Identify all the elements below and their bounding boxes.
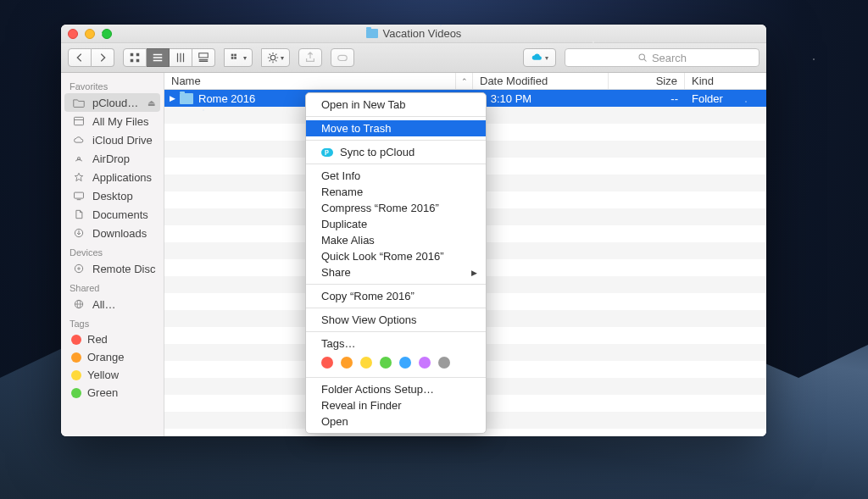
action-menu-button[interactable]: ▾ <box>261 48 290 67</box>
tag-color-dot[interactable] <box>438 357 450 369</box>
minimize-button[interactable] <box>85 29 95 39</box>
sidebar-section-favorites: Favorites <box>61 76 164 93</box>
context-item-reveal-in-finder[interactable]: Reveal in Finder <box>306 397 486 413</box>
disclosure-triangle[interactable]: ▶ <box>164 94 180 103</box>
context-item-label: Sync to pCloud <box>340 146 415 158</box>
forward-button[interactable] <box>92 48 114 67</box>
context-item-copy-rome-2016[interactable]: Copy “Rome 2016” <box>306 288 486 304</box>
svg-rect-0 <box>131 53 134 57</box>
tag-color-dot[interactable] <box>399 357 411 369</box>
context-item-tags[interactable]: Tags… <box>306 335 486 352</box>
context-item-duplicate[interactable]: Duplicate <box>306 216 486 232</box>
tag-color-dot[interactable] <box>419 357 431 369</box>
sidebar-item-pcloud[interactable]: pCloud…⏏ <box>64 93 160 112</box>
column-name[interactable]: Name <box>164 73 456 89</box>
network-icon <box>71 297 86 311</box>
tag-color-dot[interactable] <box>380 357 392 369</box>
file-date: y, 3:10 PM <box>473 92 609 105</box>
sidebar-item-airdrop[interactable]: AirDrop <box>61 149 164 168</box>
action-group: ▾ <box>261 48 290 67</box>
cloud-icon <box>71 133 86 147</box>
column-kind[interactable]: Kind <box>685 73 766 89</box>
sidebar-item-desktop[interactable]: Desktop <box>61 186 164 205</box>
context-item-quick-look-rome-2016[interactable]: Quick Look “Rome 2016” <box>306 248 486 264</box>
context-item-share[interactable]: Share▶ <box>306 264 486 280</box>
menu-separator <box>306 140 486 141</box>
menu-separator <box>306 377 486 378</box>
tag-color-dot[interactable] <box>341 357 353 369</box>
sort-indicator[interactable]: ⌃ <box>456 73 473 89</box>
context-item-open[interactable]: Open <box>306 413 486 430</box>
window-title-text: Vacation Videos <box>383 27 462 40</box>
coverflow-view-button[interactable] <box>192 48 215 67</box>
back-button[interactable] <box>68 48 92 67</box>
tag-dot-red <box>71 335 81 345</box>
sidebar-item-all-shared[interactable]: All… <box>61 295 164 313</box>
pcloud-toolbar-button[interactable]: ▾ <box>523 48 556 67</box>
svg-point-11 <box>639 54 644 59</box>
file-kind: Folder <box>685 92 766 105</box>
menu-separator <box>306 116 486 117</box>
svg-rect-5 <box>231 54 234 57</box>
svg-rect-7 <box>231 57 234 59</box>
context-item-move-to-trash[interactable]: Move to Trash <box>306 120 486 136</box>
applications-icon <box>71 170 86 184</box>
eject-icon[interactable]: ⏏ <box>147 98 155 108</box>
sidebar-item-applications[interactable]: Applications <box>61 168 164 186</box>
tag-color-dot[interactable] <box>360 357 372 369</box>
close-button[interactable] <box>68 29 78 39</box>
context-item-label: Duplicate <box>321 218 367 230</box>
context-item-sync-to-pcloud[interactable]: Sync to pCloud <box>306 144 486 160</box>
context-item-folder-actions-setup[interactable]: Folder Actions Setup… <box>306 381 486 397</box>
arrange-button[interactable]: ▾ <box>224 48 253 67</box>
tag-dot-orange <box>71 352 81 363</box>
sidebar-item-documents[interactable]: Documents <box>61 205 164 224</box>
list-view-button[interactable] <box>147 48 170 67</box>
sidebar-tag-red[interactable]: Red <box>61 330 164 348</box>
context-item-open-in-new-tab[interactable]: Open in New Tab <box>306 97 486 113</box>
sidebar-section-shared: Shared <box>61 278 164 295</box>
context-item-label: Open in New Tab <box>321 98 406 111</box>
svg-rect-4 <box>199 53 209 58</box>
sidebar-item-all-my-files[interactable]: All My Files <box>61 112 164 130</box>
tags-button[interactable] <box>331 48 354 67</box>
all-files-icon <box>71 114 86 128</box>
context-menu: Open in New TabMove to TrashSync to pClo… <box>305 92 487 434</box>
view-mode-buttons <box>123 48 215 67</box>
sidebar-item-icloud-drive[interactable]: iCloud Drive <box>61 130 164 149</box>
column-size[interactable]: Size <box>609 73 685 89</box>
search-field[interactable]: Search <box>565 48 760 67</box>
search-placeholder: Search <box>652 52 687 64</box>
icon-view-button[interactable] <box>123 48 147 67</box>
context-item-get-info[interactable]: Get Info <box>306 168 486 184</box>
column-date[interactable]: Date Modified <box>473 73 609 89</box>
tag-color-dot[interactable] <box>321 357 333 369</box>
search-icon <box>637 53 648 63</box>
share-button[interactable] <box>298 48 322 67</box>
svg-rect-1 <box>136 53 140 57</box>
tag-dot-yellow <box>71 370 81 380</box>
sidebar-item-downloads[interactable]: Downloads <box>61 224 164 242</box>
context-item-compress-rome-2016[interactable]: Compress “Rome 2016” <box>306 200 486 216</box>
svg-point-16 <box>75 264 82 272</box>
context-item-label: Get Info <box>321 169 360 182</box>
column-view-button[interactable] <box>170 48 192 67</box>
context-item-rename[interactable]: Rename <box>306 184 486 200</box>
menu-separator <box>306 308 486 308</box>
window-title: Vacation Videos <box>366 27 462 40</box>
svg-rect-10 <box>338 55 348 60</box>
svg-rect-8 <box>234 57 236 59</box>
menu-separator <box>306 331 486 332</box>
column-headers: Name ⌃ Date Modified Size Kind <box>164 73 766 90</box>
sidebar-tag-orange[interactable]: Orange <box>61 348 164 366</box>
svg-point-9 <box>270 55 275 60</box>
svg-rect-3 <box>136 59 140 63</box>
sidebar-tag-green[interactable]: Green <box>61 384 164 402</box>
sidebar-tag-yellow[interactable]: Yellow <box>61 366 164 384</box>
context-item-make-alias[interactable]: Make Alias <box>306 232 486 248</box>
window-titlebar[interactable]: Vacation Videos <box>61 25 766 43</box>
zoom-button[interactable] <box>102 29 112 39</box>
sidebar-item-remote-disc[interactable]: Remote Disc <box>61 259 164 278</box>
folder-icon <box>71 96 86 109</box>
context-item-show-view-options[interactable]: Show View Options <box>306 312 486 328</box>
